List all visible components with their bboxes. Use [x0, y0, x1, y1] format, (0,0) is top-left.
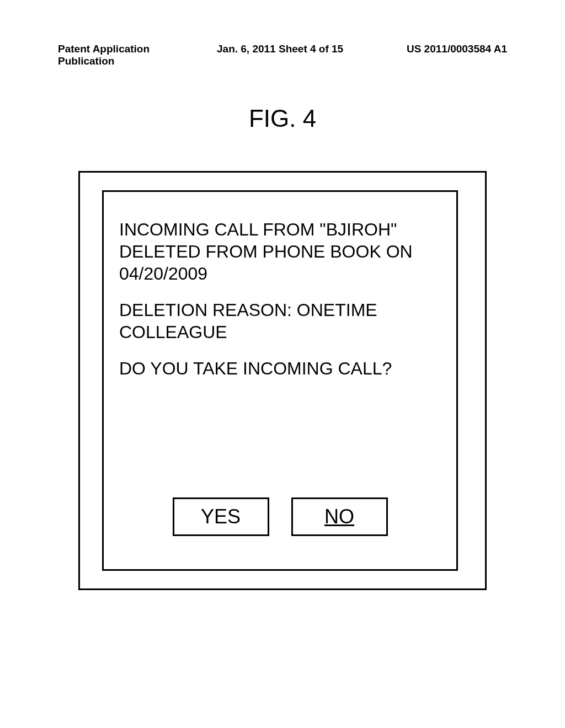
- yes-button-label: YES: [201, 505, 241, 528]
- header-left-text: Patent Application Publication: [58, 43, 203, 67]
- header-center-text: Jan. 6, 2011 Sheet 4 of 15: [203, 43, 362, 67]
- dialog-buttons: YES NO: [104, 497, 456, 536]
- no-button-label: NO: [324, 505, 354, 528]
- no-button[interactable]: NO: [291, 497, 388, 536]
- dialog-box: INCOMING CALL FROM "BJIROH" DELETED FROM…: [102, 190, 458, 571]
- dialog-message-line1: INCOMING CALL FROM "BJIROH" DELETED FROM…: [119, 218, 441, 285]
- dialog-message-line2: DELETION REASON: ONETIME COLLEAGUE: [119, 299, 441, 343]
- dialog-message-line3: DO YOU TAKE INCOMING CALL?: [119, 357, 441, 379]
- figure-label: FIG. 4: [0, 105, 565, 132]
- header-right-text: US 2011/0003584 A1: [362, 43, 507, 67]
- device-outline: INCOMING CALL FROM "BJIROH" DELETED FROM…: [78, 171, 487, 590]
- patent-header: Patent Application Publication Jan. 6, 2…: [0, 43, 565, 67]
- yes-button[interactable]: YES: [173, 497, 269, 536]
